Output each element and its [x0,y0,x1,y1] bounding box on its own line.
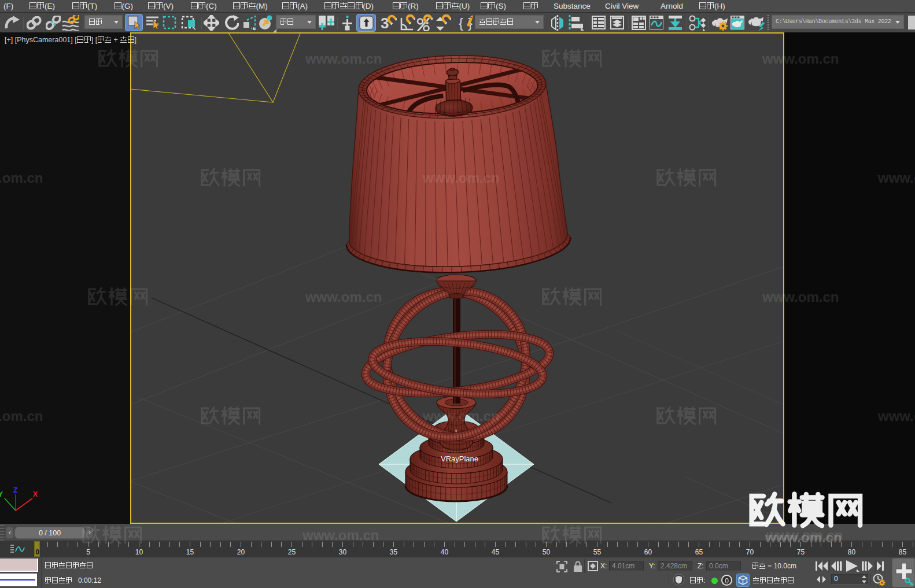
svg-text:VRayPlane: VRayPlane [441,454,478,463]
svg-text:3: 3 [381,14,389,31]
svg-text:Y: Y [0,490,3,498]
svg-text:X: X [33,490,38,498]
svg-text:{: { [459,15,463,31]
svg-text:Z: Z [13,486,17,494]
